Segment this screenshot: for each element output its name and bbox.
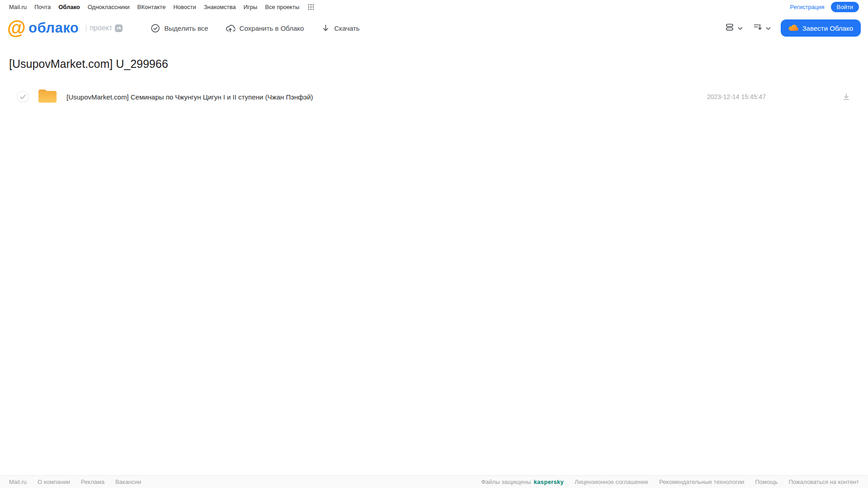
nav-oblako[interactable]: Облако [58, 4, 80, 10]
row-checkbox[interactable] [17, 91, 28, 103]
chevron-down-icon [738, 24, 743, 32]
nav-odnoklassniki[interactable]: Одноклассники [88, 4, 130, 10]
footer-about-link[interactable]: О компании [38, 479, 70, 485]
all-projects-grid-icon[interactable] [308, 4, 314, 10]
file-name-link[interactable]: [UsupovMarket.com] Семинары по Чжунгун Ц… [66, 93, 313, 101]
vk-badge-icon: vk [115, 24, 123, 32]
save-to-cloud-button[interactable]: Сохранить в Облако [225, 24, 304, 33]
page-title: [UsupovMarket.com] U_299966 [9, 57, 859, 71]
select-all-label: Выделить все [164, 24, 208, 32]
cloud-logo[interactable]: @ облако | проект vk [7, 19, 123, 38]
view-mode-icon [725, 22, 735, 34]
nav-vse-proekty[interactable]: Все проекты [265, 4, 299, 10]
nav-igry[interactable]: Игры [243, 4, 257, 10]
content-area: [UsupovMarket.com] U_299966 [UsupovMarke… [0, 57, 868, 108]
protected-label: Файлы защищены [481, 479, 531, 485]
check-circle-icon [151, 24, 160, 33]
footer-mailru-link[interactable]: Mail.ru [9, 479, 27, 485]
nav-mailru[interactable]: Mail.ru [9, 4, 27, 10]
file-row[interactable]: [UsupovMarket.com] Семинары по Чжунгун Ц… [9, 86, 859, 108]
row-download-icon[interactable] [841, 91, 852, 102]
project-tag: | проект vk [85, 24, 123, 32]
select-all-button[interactable]: Выделить все [151, 24, 208, 33]
footer-help-link[interactable]: Помощь [755, 479, 778, 485]
footer-recommendations-link[interactable]: Рекомендательные технологии [659, 479, 744, 485]
folder-icon [37, 87, 58, 106]
footer-ads-link[interactable]: Реклама [81, 479, 104, 485]
logo-text: облако [28, 20, 79, 36]
sort-dropdown[interactable] [753, 22, 771, 34]
mailru-at-icon: @ [7, 19, 26, 38]
sort-icon [753, 22, 763, 34]
file-date: 2023-12-14 15:45:47 [707, 93, 766, 100]
view-mode-dropdown[interactable] [725, 22, 743, 34]
nav-novosti[interactable]: Новости [173, 4, 196, 10]
download-button[interactable]: Скачать [321, 24, 360, 33]
nav-vkontakte[interactable]: ВКонтакте [138, 4, 166, 10]
file-toolbar: Выделить все Сохранить в Облако Скачать [151, 24, 360, 33]
save-to-cloud-label: Сохранить в Облако [239, 24, 304, 32]
footer-jobs-link[interactable]: Вакансии [115, 479, 141, 485]
nav-znakomstva[interactable]: Знакомства [204, 4, 236, 10]
footer: Mail.ru О компании Реклама Вакансии Файл… [0, 475, 868, 488]
cloud-icon [788, 24, 798, 33]
app-header: @ облако | проект vk Выделить все [0, 14, 868, 43]
kaspersky-logo: kaspersky [534, 479, 564, 485]
project-separator: | [85, 24, 87, 32]
kaspersky-protected[interactable]: Файлы защищены kaspersky [481, 479, 564, 485]
download-arrow-icon [321, 24, 330, 33]
create-cloud-label: Завести Облако [802, 24, 853, 32]
create-cloud-button[interactable]: Завести Облако [781, 19, 861, 37]
portal-nav: Mail.ru Почта Облако Одноклассники ВКонт… [0, 0, 868, 14]
check-icon [20, 95, 26, 99]
footer-license-link[interactable]: Лицензионное соглашение [574, 479, 648, 485]
nav-pochta[interactable]: Почта [34, 4, 51, 10]
cloud-upload-icon [225, 24, 235, 33]
project-label: проект [90, 24, 112, 32]
download-label: Скачать [334, 24, 360, 32]
register-link[interactable]: Регистрация [790, 4, 825, 10]
login-button[interactable]: Войти [831, 2, 859, 12]
footer-report-link[interactable]: Пожаловаться на контент [789, 479, 859, 485]
chevron-down-icon [766, 24, 771, 32]
